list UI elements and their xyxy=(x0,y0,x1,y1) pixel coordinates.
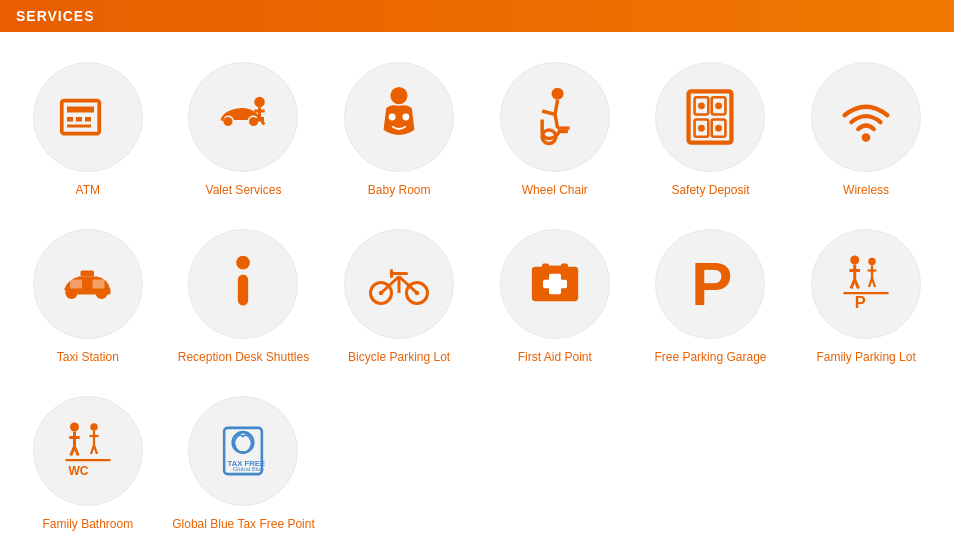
service-icon-circle-baby-room xyxy=(344,62,454,172)
header-title: SERVICES xyxy=(16,8,95,24)
service-icon-circle-safety-deposit xyxy=(655,62,765,172)
header: SERVICES xyxy=(0,0,954,32)
svg-line-17 xyxy=(555,100,558,115)
service-icon-circle-bicycle xyxy=(344,229,454,339)
svg-text:Global Blue: Global Blue xyxy=(233,465,265,471)
svg-point-30 xyxy=(716,125,723,132)
svg-rect-4 xyxy=(85,117,91,122)
service-item-free-parking[interactable]: P Free Parking Garage xyxy=(633,219,789,386)
service-label-first-aid: First Aid Point xyxy=(518,349,592,366)
svg-point-28 xyxy=(716,102,723,109)
service-icon-circle-wheelchair xyxy=(500,62,610,172)
service-label-reception: Reception Desk Shuttles xyxy=(178,349,309,366)
service-item-global-blue[interactable]: TAX FREE Global Blue Global Blue Tax Fre… xyxy=(166,386,322,538)
svg-point-27 xyxy=(698,102,705,109)
svg-rect-35 xyxy=(80,270,94,276)
service-icon-circle-taxi xyxy=(33,229,143,339)
service-label-valet: Valet Services xyxy=(206,182,282,199)
service-label-wireless: Wireless xyxy=(843,182,889,199)
svg-point-62 xyxy=(868,258,876,266)
svg-point-69 xyxy=(70,422,79,431)
service-icon-circle-family-parking: P xyxy=(811,229,921,339)
svg-point-6 xyxy=(224,117,233,126)
service-label-safety-deposit: Safety Deposit xyxy=(671,182,749,199)
svg-point-82 xyxy=(233,432,254,453)
service-label-family-bathroom: Family Bathroom xyxy=(42,516,133,533)
service-item-reception[interactable]: Reception Desk Shuttles xyxy=(166,219,322,386)
svg-point-29 xyxy=(698,125,705,132)
svg-line-19 xyxy=(555,114,558,128)
svg-point-8 xyxy=(255,97,266,108)
svg-point-57 xyxy=(850,255,859,264)
service-icon-circle-global-blue: TAX FREE Global Blue xyxy=(188,396,298,506)
services-grid: ATM Valet Services Baby Room xyxy=(0,32,954,538)
svg-line-66 xyxy=(872,278,875,287)
svg-rect-5 xyxy=(67,125,91,128)
service-label-bicycle: Bicycle Parking Lot xyxy=(348,349,450,366)
service-icon-circle-valet xyxy=(188,62,298,172)
service-item-wheelchair[interactable]: Wheel Chair xyxy=(477,52,633,219)
svg-line-61 xyxy=(855,279,859,288)
service-item-wireless[interactable]: Wireless xyxy=(788,52,944,219)
svg-rect-34 xyxy=(65,288,110,294)
svg-rect-39 xyxy=(238,274,248,305)
svg-point-16 xyxy=(551,88,563,100)
service-item-bicycle[interactable]: Bicycle Parking Lot xyxy=(321,219,477,386)
service-item-family-bathroom[interactable]: WC Family Bathroom xyxy=(10,386,166,538)
service-label-wheelchair: Wheel Chair xyxy=(522,182,588,199)
service-label-family-parking: Family Parking Lot xyxy=(816,349,915,366)
svg-rect-52 xyxy=(543,280,567,289)
svg-point-14 xyxy=(389,114,396,121)
service-label-free-parking: Free Parking Garage xyxy=(654,349,766,366)
service-item-valet[interactable]: Valet Services xyxy=(166,52,322,219)
svg-text:P: P xyxy=(692,254,733,314)
svg-line-18 xyxy=(542,111,555,114)
service-item-taxi[interactable]: Taxi Station xyxy=(10,219,166,386)
svg-line-78 xyxy=(94,445,97,454)
service-icon-circle-atm xyxy=(33,62,143,172)
service-item-first-aid[interactable]: First Aid Point xyxy=(477,219,633,386)
service-label-atm: ATM xyxy=(76,182,100,199)
service-label-taxi: Taxi Station xyxy=(57,349,119,366)
svg-point-31 xyxy=(862,133,871,142)
svg-rect-1 xyxy=(67,107,94,113)
service-icon-circle-free-parking: P xyxy=(655,229,765,339)
service-label-global-blue: Global Blue Tax Free Point xyxy=(172,516,315,533)
svg-rect-37 xyxy=(92,279,104,288)
svg-point-15 xyxy=(403,114,410,121)
service-item-family-parking[interactable]: P Family Parking Lot xyxy=(788,219,944,386)
svg-line-73 xyxy=(74,446,78,455)
svg-rect-36 xyxy=(70,279,82,288)
service-label-baby-room: Baby Room xyxy=(368,182,431,199)
svg-point-74 xyxy=(90,423,98,431)
svg-text:P: P xyxy=(855,293,866,311)
svg-point-13 xyxy=(391,87,408,104)
svg-rect-2 xyxy=(67,117,73,122)
service-item-atm[interactable]: ATM xyxy=(10,52,166,219)
svg-text:WC: WC xyxy=(68,464,88,478)
svg-point-38 xyxy=(237,256,251,270)
service-item-safety-deposit[interactable]: Safety Deposit xyxy=(633,52,789,219)
service-item-baby-room[interactable]: Baby Room xyxy=(321,52,477,219)
service-icon-circle-wireless xyxy=(811,62,921,172)
svg-rect-3 xyxy=(76,117,82,122)
service-icon-circle-family-bathroom: WC xyxy=(33,396,143,506)
service-icon-circle-reception xyxy=(188,229,298,339)
service-icon-circle-first-aid xyxy=(500,229,610,339)
